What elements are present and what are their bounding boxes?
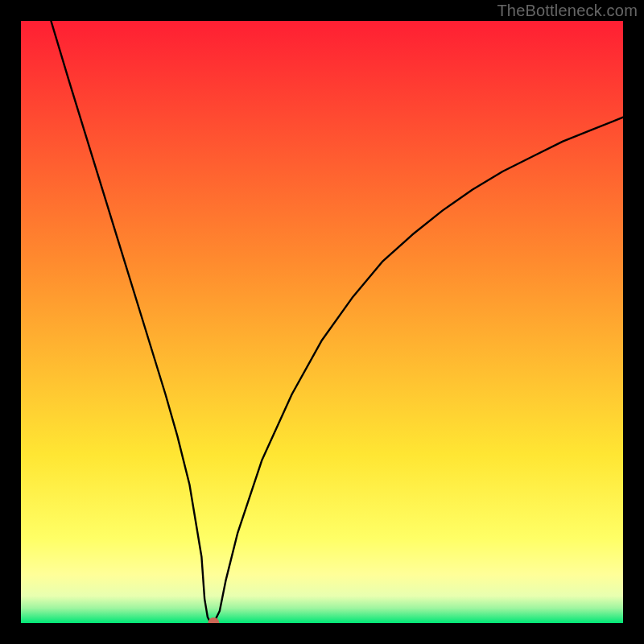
chart-plot-area [21, 21, 623, 623]
gradient-background [21, 21, 623, 623]
chart-frame: TheBottleneck.com [0, 0, 644, 644]
chart-svg [21, 21, 623, 623]
attribution-label: TheBottleneck.com [497, 2, 638, 20]
